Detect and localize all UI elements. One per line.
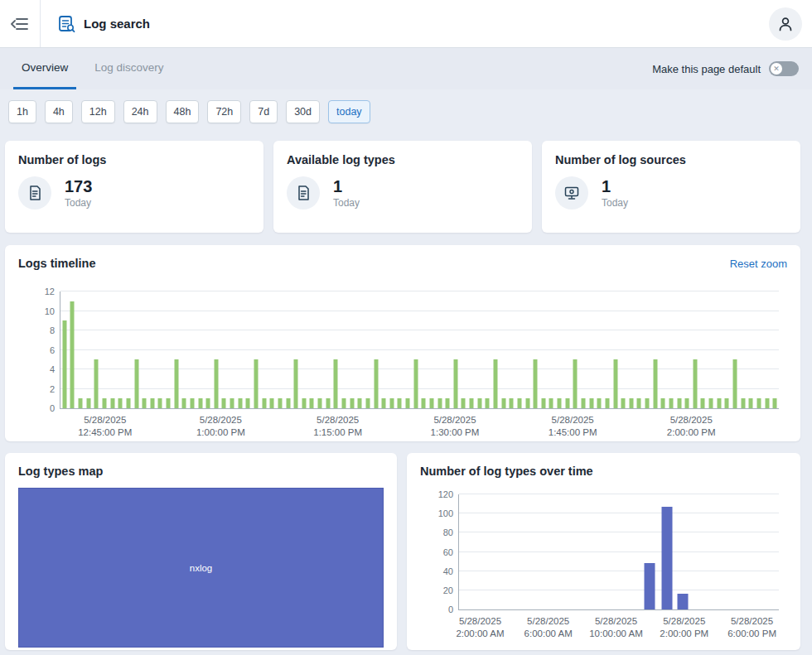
timeline-bar[interactable] [398, 398, 402, 408]
timeline-bar[interactable] [341, 398, 346, 408]
timeline-bar[interactable] [756, 398, 761, 408]
timeline-bar[interactable] [365, 398, 370, 408]
timeline-bar[interactable] [709, 398, 713, 408]
timeline-bar[interactable] [326, 398, 330, 408]
reset-zoom-link[interactable]: Reset zoom [730, 258, 787, 270]
timeline-bar[interactable] [733, 359, 737, 408]
timeline-bar[interactable] [110, 398, 114, 408]
timeline-bar[interactable] [429, 398, 433, 408]
range-24h-button[interactable]: 24h [123, 100, 157, 123]
tab-log-discovery[interactable]: Log discovery [86, 48, 172, 89]
timeline-bar[interactable] [222, 398, 226, 408]
timeline-bar[interactable] [494, 359, 498, 408]
timeline-bar[interactable] [541, 398, 545, 408]
user-account-button[interactable] [769, 7, 802, 41]
timeline-bar[interactable] [389, 398, 394, 408]
timeline-bar[interactable] [318, 398, 322, 408]
timeline-bar[interactable] [517, 398, 521, 408]
timeline-bar[interactable] [182, 398, 186, 408]
timeline-bar[interactable] [302, 398, 306, 408]
timeline-bar[interactable] [206, 398, 210, 408]
timeline-bar[interactable] [701, 398, 705, 408]
timeline-bar[interactable] [589, 398, 593, 408]
timeline-bar[interactable] [725, 398, 729, 408]
sidebar-toggle-button[interactable] [0, 0, 41, 47]
timeline-bar[interactable] [510, 398, 514, 408]
types-over-time-bar[interactable] [661, 507, 672, 609]
range-7d-button[interactable]: 7d [249, 100, 278, 123]
timeline-bar[interactable] [294, 359, 298, 408]
range-4h-button[interactable]: 4h [45, 100, 73, 123]
timeline-bar[interactable] [134, 359, 138, 408]
range-72h-button[interactable]: 72h [207, 100, 241, 123]
range-48h-button[interactable]: 48h [166, 100, 200, 123]
range-30d-button[interactable]: 30d [286, 100, 320, 123]
types-over-time-bar[interactable] [644, 563, 655, 609]
timeline-bar[interactable] [334, 359, 338, 408]
timeline-bar[interactable] [246, 398, 250, 408]
timeline-chart[interactable]: 0246810125/28/202512:45:00 PM5/28/20251:… [60, 291, 779, 409]
timeline-bar[interactable] [558, 398, 562, 408]
timeline-bar[interactable] [565, 398, 569, 408]
timeline-bar[interactable] [214, 359, 218, 408]
timeline-bar[interactable] [230, 398, 234, 408]
timeline-bar[interactable] [102, 398, 106, 408]
timeline-bar[interactable] [621, 398, 626, 408]
timeline-bar[interactable] [174, 359, 178, 408]
timeline-bar[interactable] [262, 398, 266, 408]
timeline-bar[interactable] [374, 359, 378, 408]
timeline-bar[interactable] [486, 398, 490, 408]
timeline-bar[interactable] [413, 359, 418, 408]
timeline-bar[interactable] [629, 398, 633, 408]
timeline-bar[interactable] [358, 398, 362, 408]
timeline-bar[interactable] [446, 398, 450, 408]
timeline-bar[interactable] [765, 398, 769, 408]
timeline-bar[interactable] [382, 398, 386, 408]
timeline-bar[interactable] [581, 398, 585, 408]
timeline-bar[interactable] [62, 320, 66, 408]
treemap-tile-nxlog[interactable]: nxlog [18, 488, 384, 648]
timeline-bar[interactable] [278, 398, 282, 408]
timeline-bar[interactable] [143, 398, 147, 408]
timeline-bar[interactable] [549, 398, 553, 408]
timeline-bar[interactable] [167, 398, 171, 408]
range-12h-button[interactable]: 12h [81, 100, 115, 123]
timeline-bar[interactable] [685, 398, 689, 408]
timeline-bar[interactable] [350, 398, 354, 408]
timeline-bar[interactable] [717, 398, 721, 408]
timeline-bar[interactable] [693, 359, 697, 408]
timeline-bar[interactable] [501, 398, 505, 408]
tab-overview[interactable]: Overview [13, 48, 76, 89]
timeline-bar[interactable] [773, 398, 777, 408]
timeline-bar[interactable] [453, 359, 457, 408]
timeline-bar[interactable] [749, 398, 753, 408]
timeline-bar[interactable] [613, 359, 617, 408]
timeline-bar[interactable] [677, 398, 681, 408]
timeline-bar[interactable] [597, 398, 602, 408]
timeline-bar[interactable] [150, 398, 154, 408]
timeline-bar[interactable] [573, 359, 578, 408]
timeline-bar[interactable] [238, 398, 242, 408]
timeline-bar[interactable] [286, 398, 290, 408]
timeline-bar[interactable] [94, 359, 99, 408]
make-default-toggle[interactable]: ✕ [769, 61, 799, 76]
range-today-button[interactable]: today [328, 100, 370, 123]
timeline-bar[interactable] [470, 398, 474, 408]
timeline-bar[interactable] [653, 359, 657, 408]
timeline-bar[interactable] [118, 398, 123, 408]
timeline-bar[interactable] [310, 398, 314, 408]
timeline-bar[interactable] [605, 398, 609, 408]
timeline-bar[interactable] [637, 398, 641, 408]
timeline-bar[interactable] [79, 398, 83, 408]
types-over-time-bar[interactable] [678, 594, 689, 609]
timeline-bar[interactable] [669, 398, 673, 408]
timeline-bar[interactable] [254, 359, 259, 408]
timeline-bar[interactable] [422, 398, 426, 408]
timeline-bar[interactable] [477, 398, 481, 408]
timeline-bar[interactable] [126, 398, 130, 408]
timeline-bar[interactable] [158, 398, 162, 408]
timeline-bar[interactable] [645, 398, 650, 408]
timeline-bar[interactable] [534, 359, 538, 408]
timeline-bar[interactable] [198, 398, 202, 408]
range-1h-button[interactable]: 1h [8, 100, 36, 123]
